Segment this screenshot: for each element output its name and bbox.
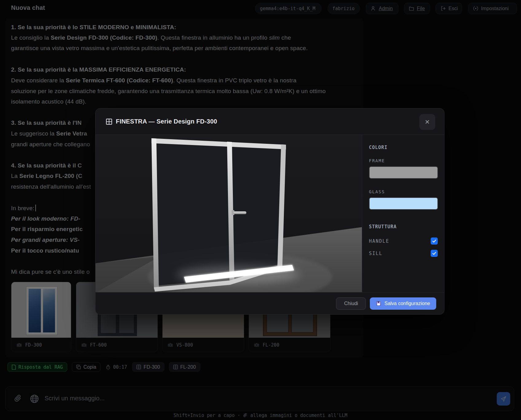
modal-body: COLORI FRAME GLASS STRUTTURA HANDLE SILL bbox=[96, 135, 444, 292]
check-icon bbox=[432, 251, 437, 256]
save-configuration-label: Salva configurazione bbox=[384, 301, 430, 306]
viewport-3d[interactable] bbox=[96, 135, 362, 292]
save-configuration-button[interactable]: Salva configurazione bbox=[370, 297, 436, 310]
close-icon: ✕ bbox=[425, 118, 430, 126]
modal-footer: Chiudi Salva configurazione bbox=[96, 292, 444, 314]
config-panel: COLORI FRAME GLASS STRUTTURA HANDLE SILL bbox=[362, 135, 444, 292]
modal-header: FINESTRA — Serie Design FD-300 ✕ bbox=[96, 108, 444, 135]
floppy-disk-icon bbox=[376, 301, 381, 306]
handle-label: HANDLE bbox=[369, 238, 389, 244]
check-icon bbox=[432, 239, 437, 243]
sill-label: SILL bbox=[369, 251, 382, 256]
modal-title: FINESTRA — Serie Design FD-300 bbox=[116, 118, 217, 125]
handle-checkbox[interactable] bbox=[431, 237, 438, 245]
app-window: Nuova chat gemma4:e4b-it-q4_K_M fabrizio… bbox=[0, 0, 521, 420]
modal-close-button[interactable]: ✕ bbox=[419, 114, 435, 130]
window-3d-render bbox=[96, 135, 362, 292]
glass-color-label: GLASS bbox=[369, 189, 438, 194]
frame-color-label: FRAME bbox=[369, 158, 438, 163]
structure-section-title: STRUTTURA bbox=[369, 224, 438, 230]
handle-toggle-row: HANDLE bbox=[369, 237, 438, 245]
window-icon bbox=[106, 119, 112, 125]
close-modal-label: Chiudi bbox=[344, 301, 358, 306]
glass-color-swatch[interactable] bbox=[369, 197, 438, 210]
close-modal-button[interactable]: Chiudi bbox=[336, 297, 366, 310]
sill-toggle-row: SILL bbox=[369, 250, 438, 257]
colors-section-title: COLORI bbox=[369, 145, 438, 150]
frame-color-swatch[interactable] bbox=[369, 166, 438, 179]
window-configurator-modal: FINESTRA — Serie Design FD-300 ✕ bbox=[95, 108, 445, 315]
sill-checkbox[interactable] bbox=[431, 250, 438, 257]
